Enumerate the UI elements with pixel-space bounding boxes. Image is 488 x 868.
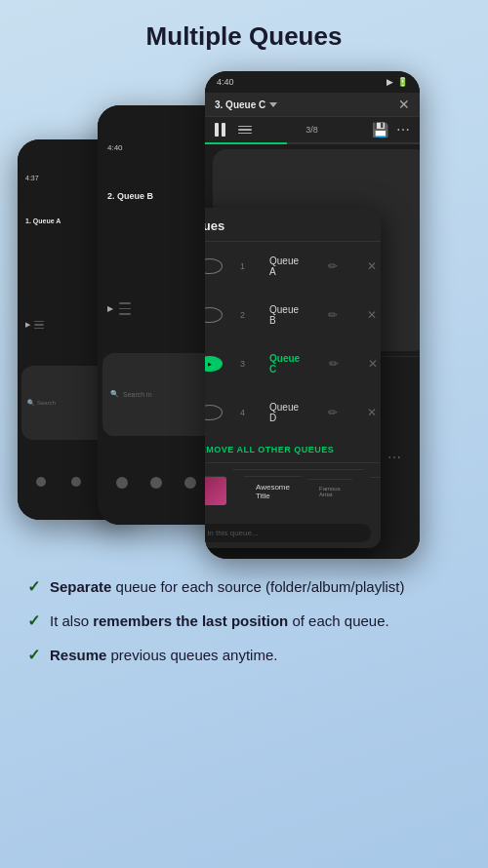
queue-select-circle[interactable]	[205, 405, 223, 420]
status-icons: ▶ 🔋	[386, 77, 408, 87]
close-icon[interactable]: ✕	[398, 97, 410, 112]
queue-name: 3. Queue C	[215, 99, 265, 110]
phone-1-play-btn[interactable]: ▶	[25, 321, 30, 329]
queue-select-circle-active[interactable]	[205, 356, 223, 372]
queue-number: 4	[228, 401, 252, 424]
remove-all-button[interactable]: REMOVE ALL OTHER QUEUES	[205, 437, 381, 462]
edit-icon[interactable]: ✏	[316, 399, 349, 426]
overlay-search-bar[interactable]: 🔍 Search in this queue...	[205, 524, 371, 542]
checkmark-icon: ✓	[27, 612, 40, 630]
phone-1-time: 4:37	[25, 175, 39, 181]
delete-icon[interactable]: ✕	[355, 399, 381, 426]
queue-row-a[interactable]: 1 Queue A ✏ ✕	[205, 242, 381, 291]
queue-number: 2	[228, 303, 252, 327]
progress-bar-container	[205, 142, 420, 144]
feature-text-1: Separate queue for each source (folder/a…	[50, 576, 405, 597]
queue-number: 3	[228, 352, 252, 375]
bottom-icon-2[interactable]	[150, 477, 162, 489]
edit-icon[interactable]: ✏	[316, 253, 349, 280]
phone-2-list-icon	[119, 302, 131, 315]
phone-3-screen: 4:40 ▶ 🔋 3. Queue C ✕	[205, 71, 420, 559]
phone-2-time: 4:40	[107, 143, 123, 152]
phones-area: 4:37 ▶ 1. Queue A ▶ Awesome Title	[0, 61, 488, 559]
queues-overlay-header: ♫ Queues	[205, 208, 381, 242]
queue-name-c: Queue C	[258, 346, 311, 381]
search-placeholder: Search in	[123, 391, 152, 398]
more-icon[interactable]: ⋯	[387, 450, 401, 465]
queue-select-circle[interactable]	[205, 258, 223, 274]
more-options-icon[interactable]: ⋯	[396, 122, 410, 138]
song-title: Awesome Title	[244, 476, 302, 506]
queue-name-b: Queue B	[258, 297, 310, 333]
delete-icon[interactable]: ✕	[355, 301, 381, 329]
search-icon: 🔍	[27, 399, 34, 406]
song-artist: Famous Artist	[307, 479, 352, 503]
more-btn[interactable]: ⋯	[370, 477, 381, 505]
phone-3-status-bar: 4:40 ▶ 🔋	[205, 71, 420, 93]
search-icon: 🔍	[110, 390, 119, 398]
phone-3-queue-header: 3. Queue C ✕	[205, 93, 420, 117]
battery-icon: 🔋	[397, 77, 408, 87]
search-placeholder: Search in this queue...	[205, 529, 259, 537]
queue-name-a: Queue A	[258, 249, 310, 284]
phone-1-list-icon	[34, 321, 44, 330]
bottom-icon-2[interactable]	[71, 477, 81, 487]
queue-name-d: Queue D	[258, 395, 310, 430]
checkmark-icon: ✓	[27, 577, 40, 596]
chevron-down-icon[interactable]	[269, 102, 277, 107]
page-title: Multiple Queues	[0, 0, 488, 61]
feature-text-3: Resume previous queues anytime.	[50, 645, 277, 665]
feature-text-2: It also remembers the last position of e…	[50, 611, 389, 631]
feature-item-3: ✓ Resume previous queues anytime.	[27, 645, 461, 665]
track-count: 3/8	[260, 125, 364, 135]
queue-select-circle[interactable]	[205, 307, 223, 323]
pause-button[interactable]	[215, 122, 230, 138]
queue-row-c[interactable]: 3 Queue C ✏ ✕	[205, 339, 381, 388]
search-placeholder: Search	[37, 400, 56, 406]
album-art	[205, 476, 226, 505]
phone-3-time: 4:40	[217, 77, 234, 87]
save-icon[interactable]: 💾	[372, 122, 388, 138]
queues-overlay: ♫ Queues 1 Queue A ✏ ✕ 2 Queue	[205, 208, 381, 548]
phone-2-play-btn[interactable]: ▶	[107, 304, 113, 313]
feature-item-2: ✓ It also remembers the last position of…	[27, 611, 461, 631]
controls-row: 3/8 💾 ⋯	[205, 117, 420, 142]
progress-bar-fill	[205, 142, 287, 144]
edit-icon[interactable]: ✏	[317, 350, 350, 377]
song-texts: Awesome Title Famous Artist	[232, 469, 364, 512]
queues-title: Queues	[205, 218, 224, 233]
queue-row-b[interactable]: 2 Queue B ✏ ✕	[205, 291, 381, 339]
delete-icon[interactable]: ✕	[356, 350, 381, 377]
feature-item-1: ✓ Separate queue for each source (folder…	[27, 576, 461, 597]
signal-icon: ▶	[386, 77, 393, 87]
delete-icon[interactable]: ✕	[355, 253, 381, 280]
queue-row-d[interactable]: 4 Queue D ✏ ✕	[205, 388, 381, 437]
sort-icon[interactable]	[238, 126, 252, 135]
features-list: ✓ Separate queue for each source (folder…	[0, 559, 488, 665]
checkmark-icon: ✓	[27, 646, 40, 664]
bottom-icon-3[interactable]	[184, 477, 196, 489]
phone-3: 4:40 ▶ 🔋 3. Queue C ✕	[205, 71, 420, 559]
overlay-song-item[interactable]: Awesome Title Famous Artist ⋯	[205, 462, 381, 518]
queue-number: 1	[228, 255, 252, 278]
queue-header-left: 3. Queue C	[215, 99, 277, 110]
bottom-icon-1[interactable]	[116, 477, 128, 489]
edit-icon[interactable]: ✏	[316, 301, 349, 329]
bottom-icon-1[interactable]	[36, 477, 46, 487]
